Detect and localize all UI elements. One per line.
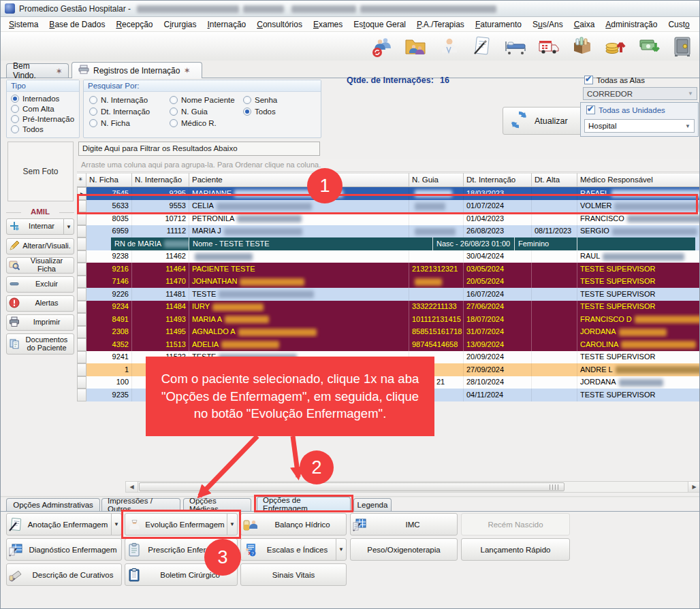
pesquisar-nome-paciente[interactable]: Nome Paciente [170, 96, 243, 104]
menu-consult-rios[interactable]: Consultórios [251, 18, 308, 31]
sidebar-alertas-button[interactable]: Alertas [6, 295, 74, 312]
horizontal-scrollbar[interactable]: ◀ ▶ [125, 481, 700, 493]
table-row[interactable]: 921611464PACIENTE TESTE2132131232103/05/… [77, 263, 700, 276]
grid-header-n-interna-o[interactable]: N. Internação [132, 173, 189, 187]
prescription-icon[interactable] [470, 34, 494, 59]
grid-filter-input[interactable]: Digite Aqui para Filtrar os Resultados A… [78, 142, 320, 156]
tipo-com-alta[interactable]: Com Alta [11, 105, 75, 113]
table-row[interactable]: 92381146230/04/2024RAUL [77, 250, 700, 263]
scroll-left-icon[interactable]: ◀ [126, 482, 138, 492]
menu-caixa[interactable]: Caixa [569, 18, 601, 31]
sinais-vitais-button[interactable]: Sinais Vitais [240, 563, 347, 586]
menu-recep-o[interactable]: Recepção [110, 18, 158, 31]
cell-medico: TESTE SUPERVISOR [577, 351, 700, 364]
todas-as-unidades-checkbox[interactable]: Todas as Unidades [586, 105, 665, 114]
menu-administra-o[interactable]: Administração [600, 18, 663, 31]
close-icon[interactable]: ✶ [57, 67, 62, 75]
cell-dt-alta: 08/11/2023 [532, 225, 577, 238]
tipo-todos[interactable]: Todos [11, 125, 75, 133]
diagn-stico-enfermagem-button[interactable]: Diagnóstico Enfermagem [6, 538, 122, 561]
menu-sus-ans[interactable]: Sus/Ans [527, 18, 569, 31]
menu-custo[interactable]: Custo [663, 18, 695, 31]
redacted-text [221, 341, 279, 348]
hospital-bed-icon[interactable] [503, 34, 528, 59]
sidebar-documentos-do-paciente-button[interactable]: Documentos do Paciente [6, 333, 74, 355]
table-row[interactable]: 922611481TESTE16/07/2024TESTE SUPERVISOR [77, 288, 700, 301]
atualizar-button[interactable]: Atualizar [503, 107, 582, 135]
pesquisar-n-interna-o[interactable]: N. Internação [89, 96, 170, 104]
todas-as-alas-checkbox[interactable]: Todas as Alas [584, 76, 645, 84]
tipo-internados[interactable]: Internados [11, 95, 75, 103]
sidebar-visualizar-ficha-button[interactable]: Visualizar Ficha [6, 257, 74, 274]
menu-estoque-geral[interactable]: Estoque Geral [348, 18, 411, 31]
grid-header-n-guia[interactable]: N. Guia [409, 173, 464, 187]
table-row[interactable]: 230811495AGNALDO A85851516171831/07/2024… [77, 326, 700, 339]
escalas-e-ndices-button[interactable]: ?Escalas e Índices▼ [240, 538, 347, 561]
pesquisar-dt-interna-o[interactable]: Dt. Internação [89, 108, 170, 116]
scrollbar-thumb[interactable] [139, 482, 564, 491]
sidebar-internar-button[interactable]: Internar▼ [6, 218, 74, 235]
menu-faturamento[interactable]: Faturamento [470, 18, 527, 31]
sidebar-excluir-button[interactable]: Excluir [6, 276, 74, 293]
ambulance-icon[interactable] [537, 34, 561, 59]
grid-header-m-dico-respons-vel[interactable]: Médico Responsável [577, 173, 700, 187]
dropdown-arrow-icon[interactable]: ▼ [63, 219, 71, 234]
tab-bem-vindo[interactable]: Bem Vindo.✶ [6, 63, 69, 78]
sidebar-imprimir-button[interactable]: Imprimir [6, 314, 74, 331]
doctor-icon[interactable] [436, 34, 461, 59]
menu-cirurgias[interactable]: Cirurgias [158, 18, 202, 31]
balan-o-h-drico-button[interactable]: Balanço Hídrico [240, 513, 347, 536]
anota-o-enfermagem-button[interactable]: Anotação Enfermagem▼ [6, 513, 122, 536]
descri-o-de-curativos-button[interactable]: Descrição de Curativos [6, 563, 122, 586]
money-down-icon[interactable] [637, 34, 661, 59]
tab-op-es-adminstrativas[interactable]: Opções Adminstrativas [6, 498, 100, 511]
lan-amento-r-pido-button[interactable]: Lançamento Rápido [461, 538, 570, 561]
ala-select[interactable]: CORREDOR▼ [583, 87, 697, 100]
menu-sistema[interactable]: Sistema [3, 18, 44, 31]
grid-header-dt-interna-o[interactable]: Dt. Internação [464, 173, 532, 187]
menu-bi[interactable]: BI [695, 18, 700, 31]
table-row[interactable]: RN de MARIANome - TESTE TESTENasc - 26/0… [77, 237, 700, 250]
pesquisar-title: Pesquisar Por: [84, 80, 321, 92]
cell-text: 1 [125, 365, 129, 374]
radio-label: N. Ficha [101, 119, 130, 127]
pesquisar-todos[interactable]: Todos [243, 108, 304, 116]
cell-text: 16/07/2024 [466, 290, 504, 298]
menu-p-a-terapias[interactable]: P.A./Terapias [411, 18, 470, 31]
cell-dt-internacao: 16/07/2024 [464, 288, 532, 301]
tab-registros-internacao[interactable]: Registros de Internação✶ [71, 62, 202, 78]
pesquisar-m-dico-r-[interactable]: Médico R. [170, 119, 243, 127]
sidebar-alterar-visuali--button[interactable]: Alterar/Visuali. [6, 238, 74, 254]
safe-icon[interactable] [670, 34, 695, 59]
dropdown-arrow-icon[interactable]: ▼ [111, 514, 121, 535]
tab-legenda[interactable]: Legenda [353, 498, 392, 511]
table-row[interactable]: 435211513ADELIA9874541465813/09/2024CARO… [77, 338, 700, 351]
pesquisar-senha[interactable]: Senha [243, 96, 304, 104]
grid-header-dt-alta[interactable]: Dt. Alta [532, 173, 577, 187]
billing-up-icon[interactable] [603, 34, 628, 59]
close-icon[interactable]: ✶ [184, 67, 189, 74]
menu-exames[interactable]: Exames [308, 18, 348, 31]
pesquisar-n-guia[interactable]: N. Guia [170, 108, 243, 116]
patients-folder-icon[interactable] [403, 34, 428, 59]
menu-base-de-dados[interactable]: Base de Dados [44, 18, 110, 31]
table-row[interactable]: 923411484IURY3332221113327/06/2024TESTE … [77, 301, 700, 314]
menu-interna-o[interactable]: Internação [202, 18, 252, 31]
unidade-select[interactable]: Hospital▼ [584, 119, 695, 133]
tipo-pr-interna-o[interactable]: Pré-Internação [11, 115, 75, 123]
dropdown-arrow-icon[interactable]: ▼ [336, 539, 346, 560]
table-row[interactable]: 714611470JOHNATHAN20/05/2024TESTE SUPERV… [77, 276, 700, 289]
grid-header-n-ficha[interactable]: N. Ficha [86, 173, 132, 187]
stock-box-icon[interactable] [570, 34, 594, 59]
cell-ficha: 2308 [86, 326, 132, 339]
table-row[interactable]: 849111493MARIA A10111213141518/07/2024FR… [77, 313, 700, 326]
pesquisar-n-ficha[interactable]: N. Ficha [89, 119, 170, 127]
peso-oxigenoterapia-button[interactable]: Peso/Oxigenoterapia [350, 538, 458, 561]
table-row[interactable]: 695911112MARIA J26/08/202308/11/2023SERG… [77, 225, 700, 238]
cell-text: 03/05/2024 [466, 265, 504, 273]
rn-text: Nome - TESTE TESTE [193, 240, 270, 248]
sync-users-icon[interactable] [370, 34, 394, 59]
scroll-right-icon[interactable]: ▶ [688, 482, 700, 492]
imc-button[interactable]: IMC [350, 513, 458, 536]
grid-header-paciente[interactable]: Paciente [189, 173, 409, 187]
